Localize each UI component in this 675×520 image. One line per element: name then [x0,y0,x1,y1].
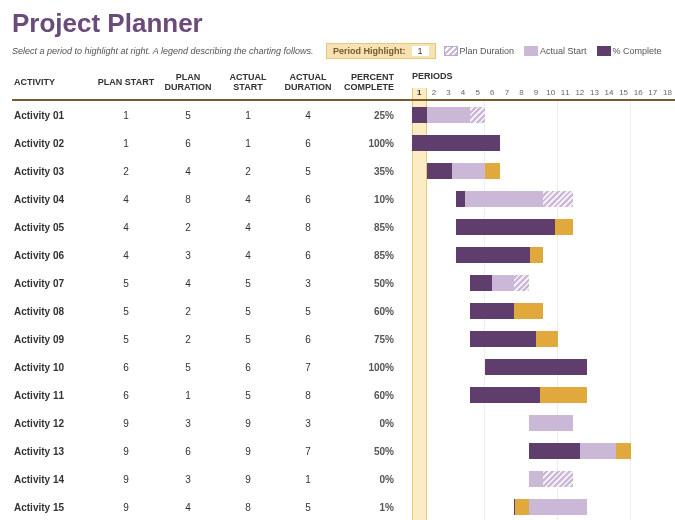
period-header[interactable]: 14 [602,88,617,99]
table-row[interactable]: Activity 04484610% [12,185,412,213]
gantt-row [412,185,675,213]
legend-label-plan: Plan Duration [460,46,515,56]
period-header[interactable]: 4 [456,88,471,99]
bar-early [514,499,529,515]
table-row[interactable]: Activity 09525675% [12,325,412,353]
bar-percent [412,107,427,123]
period-header[interactable]: 11 [558,88,573,99]
cell-actual-duration: 5 [276,502,340,513]
table-row[interactable]: Activity 06434685% [12,241,412,269]
periods-label: PERIODS [412,71,453,81]
bar-percent [456,191,465,207]
col-plan-duration: PLAN DURATION [156,72,220,92]
cell-actual-duration: 3 [276,278,340,289]
bar-percent [456,219,555,235]
gantt-row [412,297,675,325]
cell-plan-start: 9 [96,418,156,429]
cell-actual-start: 5 [220,334,276,345]
period-header[interactable]: 9 [529,88,544,99]
cell-plan-duration: 4 [156,166,220,177]
table-row[interactable]: Activity 11615860% [12,381,412,409]
period-header[interactable]: 2 [427,88,442,99]
cell-percent-complete: 1% [340,502,406,513]
bar-percent [470,387,540,403]
cell-percent-complete: 60% [340,306,406,317]
col-activity: ACTIVITY [12,77,96,87]
bar-actual [529,415,573,431]
bar-overrun [616,443,631,459]
gantt-row [412,409,675,437]
period-header[interactable]: 15 [616,88,631,99]
table-row[interactable]: Activity 08525560% [12,297,412,325]
period-header[interactable]: 12 [573,88,588,99]
cell-activity: Activity 14 [12,474,96,485]
table-row[interactable]: Activity 07545350% [12,269,412,297]
cell-actual-duration: 8 [276,222,340,233]
cell-actual-start: 5 [220,306,276,317]
gantt-row [412,157,675,185]
cell-percent-complete: 100% [340,362,406,373]
gantt-row [412,269,675,297]
period-header[interactable]: 17 [646,88,661,99]
table-row[interactable]: Activity 106567100% [12,353,412,381]
period-highlight-label: Period Highlight: [333,46,406,56]
cell-plan-duration: 2 [156,334,220,345]
bar-percent [412,135,500,151]
bar-actual [456,191,544,207]
cell-activity: Activity 13 [12,446,96,457]
cell-activity: Activity 10 [12,362,96,373]
table-row[interactable]: Activity 13969750% [12,437,412,465]
cell-actual-duration: 4 [276,110,340,121]
bar-percent [470,303,514,319]
period-header[interactable]: 8 [514,88,529,99]
cell-plan-start: 1 [96,110,156,121]
bar-percent [470,275,492,291]
cell-plan-start: 6 [96,390,156,401]
cell-plan-duration: 2 [156,222,220,233]
cell-actual-start: 4 [220,250,276,261]
table-row[interactable]: Activity 021616100% [12,129,412,157]
table-row[interactable]: Activity 1493910% [12,465,412,493]
bar-percent [529,443,580,459]
period-header[interactable]: 10 [543,88,558,99]
cell-plan-duration: 3 [156,250,220,261]
legend-swatch-actual [524,46,538,56]
period-header[interactable]: 5 [470,88,485,99]
period-header[interactable]: 16 [631,88,646,99]
period-highlight-box[interactable]: Period Highlight: 1 [326,43,436,59]
cell-plan-start: 6 [96,362,156,373]
gantt-chart: PERIODS 123456789101112131415161718 [412,65,675,520]
subtitle: Select a period to highlight at right. A… [12,46,318,56]
legend-label-actual: Actual Start [540,46,587,56]
table-row[interactable]: Activity 01151425% [12,101,412,129]
period-header[interactable]: 6 [485,88,500,99]
cell-actual-start: 8 [220,502,276,513]
cell-plan-start: 5 [96,306,156,317]
table-row[interactable]: Activity 05424885% [12,213,412,241]
cell-activity: Activity 04 [12,194,96,205]
period-highlight-value[interactable]: 1 [412,46,429,56]
period-header[interactable]: 18 [660,88,675,99]
cell-plan-duration: 2 [156,306,220,317]
cell-activity: Activity 03 [12,166,96,177]
table-row[interactable]: Activity 1293930% [12,409,412,437]
cell-actual-duration: 6 [276,334,340,345]
legend-swatch-plan [444,46,458,56]
table-row[interactable]: Activity 03242535% [12,157,412,185]
bar-percent [485,359,587,375]
cell-actual-duration: 5 [276,306,340,317]
gantt-row [412,325,675,353]
cell-activity: Activity 01 [12,110,96,121]
cell-actual-start: 5 [220,390,276,401]
cell-activity: Activity 02 [12,138,96,149]
table-row[interactable]: Activity 1594851% [12,493,412,520]
period-header[interactable]: 7 [500,88,515,99]
cell-plan-duration: 6 [156,446,220,457]
period-header[interactable]: 1 [412,88,427,99]
cell-plan-duration: 4 [156,502,220,513]
period-header[interactable]: 3 [441,88,456,99]
period-header[interactable]: 13 [587,88,602,99]
cell-activity: Activity 12 [12,418,96,429]
cell-activity: Activity 06 [12,250,96,261]
data-table: ACTIVITY PLAN START PLAN DURATION ACTUAL… [12,65,412,520]
